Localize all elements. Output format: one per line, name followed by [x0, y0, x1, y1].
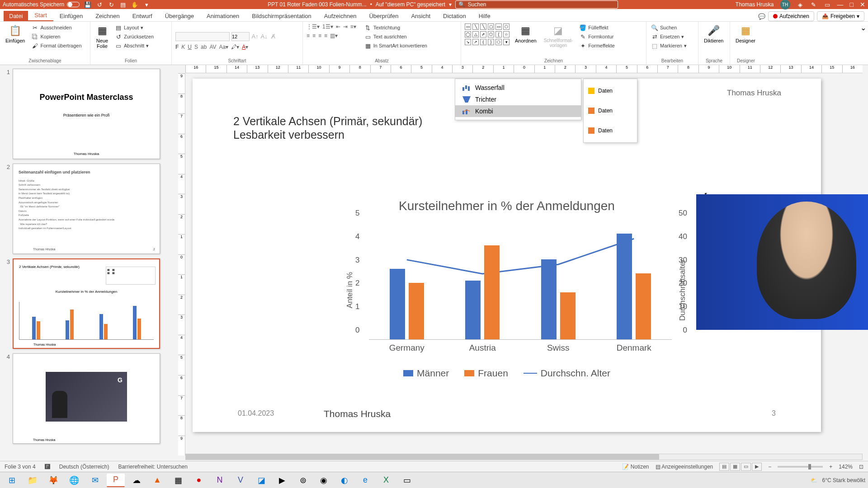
scrollbar-thumb[interactable] — [186, 454, 659, 460]
quick-styles-button[interactable]: ◪Schnellformat- vorlagen — [542, 23, 575, 49]
paste-button[interactable]: 📋Einfügen — [4, 23, 27, 44]
highlight-button[interactable]: 🖍▾ — [231, 44, 239, 50]
visio-icon[interactable]: V — [231, 474, 250, 487]
display-settings-button[interactable]: ▤ Anzeigeeinstellungen — [656, 464, 713, 470]
arrange-button[interactable]: ▦Anordnen — [513, 23, 538, 44]
toggle-off-icon[interactable] — [67, 2, 80, 7]
align-right-button[interactable]: ≡ — [318, 33, 321, 39]
align-center-button[interactable]: ≡ — [312, 33, 316, 39]
app-icon[interactable]: ● — [190, 474, 208, 487]
thumbnail-2[interactable]: Seitenanzahl einfügen und platzieren Inh… — [13, 164, 160, 254]
case-button[interactable]: Aa▾ — [219, 44, 229, 50]
tab-draw[interactable]: Zeichnen — [89, 11, 126, 21]
underline-button[interactable]: U — [188, 44, 192, 50]
comments-icon[interactable]: 💬 — [758, 13, 765, 20]
tab-review[interactable]: Überprüfen — [363, 11, 405, 21]
dropdown-icon[interactable]: ▾ — [449, 1, 452, 8]
explorer-icon[interactable]: 📁 — [24, 474, 42, 487]
close-button[interactable]: ✕ — [860, 1, 865, 8]
collapse-ribbon-icon[interactable]: ⌄ — [860, 24, 866, 32]
powerpoint-icon[interactable]: P — [107, 474, 125, 487]
tab-dictation[interactable]: Dictation — [437, 11, 472, 21]
columns-button[interactable]: ▥▾ — [330, 33, 338, 39]
onenote-icon[interactable]: N — [211, 474, 229, 487]
tab-transitions[interactable]: Übergänge — [159, 11, 200, 21]
justify-button[interactable]: ≡ — [324, 33, 327, 39]
shapes-gallery[interactable]: ▭╲╲▢▭⬡ ◯△⇗⬠{☆ ↘↗(}⬡▾ — [465, 23, 509, 45]
thumbnail-1[interactable]: PowerPoint Masterclass Präsentieren wie … — [13, 69, 160, 159]
decrease-font-icon[interactable]: A↓ — [260, 33, 268, 40]
window-icon[interactable]: ▭ — [824, 1, 831, 8]
replace-button[interactable]: ⇄Ersetzen▾ — [650, 33, 688, 41]
chrome-icon[interactable]: 🌐 — [65, 474, 83, 487]
save-icon[interactable]: 💾 — [84, 1, 91, 8]
coming-soon-icon[interactable]: ✎ — [810, 1, 817, 8]
text-direction-button[interactable]: ⇅Textrichtung — [363, 23, 428, 32]
cut-button[interactable]: ✂Ausschneiden — [30, 23, 82, 32]
thumbnail-3[interactable]: 2 Vertikale Achsen (Primär, sekundär) ▦ … — [13, 258, 160, 349]
format-painter-button[interactable]: 🖌Format übertragen — [30, 42, 82, 50]
app-icon[interactable]: ◉ — [315, 474, 333, 487]
layout-button[interactable]: ▤Layout▾ — [114, 23, 155, 32]
dictate-button[interactable]: 🎤Diktieren — [702, 23, 725, 44]
horizontal-scrollbar[interactable] — [185, 454, 863, 460]
touch-mode-icon[interactable]: ✋ — [131, 1, 138, 8]
fit-window-button[interactable]: ⊡ — [859, 464, 863, 470]
sorter-view-button[interactable]: ▦ — [730, 463, 740, 471]
legend-row-2[interactable]: Daten — [588, 101, 632, 121]
numbering-button[interactable]: 1☰▾ — [322, 23, 333, 30]
chart[interactable]: Anteil in % Durchschnittsalter 012345010… — [351, 222, 690, 358]
tab-view[interactable]: Ansicht — [405, 11, 437, 21]
app-icon[interactable]: ☁ — [127, 474, 146, 487]
firefox-icon[interactable]: 🦊 — [44, 474, 62, 487]
find-button[interactable]: 🔍Suchen — [650, 23, 688, 32]
legend-row-3[interactable]: Daten — [588, 121, 632, 141]
legend-row-1[interactable]: Daten — [588, 81, 632, 101]
copy-button[interactable]: ⿻Kopieren — [30, 33, 82, 41]
tab-help[interactable]: Hilfe — [472, 11, 497, 21]
increase-font-icon[interactable]: A↑ — [251, 33, 259, 40]
designer-button[interactable]: ▦Designer — [734, 23, 757, 44]
vlc-icon[interactable]: ▲ — [148, 474, 166, 487]
zoom-level[interactable]: 142% — [839, 464, 853, 470]
select-button[interactable]: ⬚Markieren▾ — [650, 42, 688, 50]
strike-button[interactable]: S — [194, 44, 198, 50]
align-text-button[interactable]: ▭Text ausrichten — [363, 33, 428, 41]
app-icon[interactable]: ◪ — [252, 474, 270, 487]
new-slide-button[interactable]: ▦Neue Folie — [94, 23, 110, 50]
obs-icon[interactable]: ⊚ — [294, 474, 312, 487]
zoom-slider[interactable] — [778, 466, 823, 468]
popup-item-trichter[interactable]: Trichter — [455, 94, 581, 105]
app-icon[interactable]: ▦ — [169, 474, 187, 487]
smartart-button[interactable]: ▦In SmartArt konvertieren — [363, 42, 428, 50]
tab-record[interactable]: Aufzeichnen — [318, 11, 363, 21]
cloud-icon[interactable]: ◈ — [797, 1, 804, 8]
shape-effects-button[interactable]: ✦Formeffekte — [578, 42, 616, 50]
app-icon[interactable]: ▭ — [398, 474, 416, 487]
bold-button[interactable]: F — [175, 44, 179, 50]
normal-view-button[interactable]: ▤ — [719, 463, 729, 471]
tab-file[interactable]: Datei — [4, 11, 28, 21]
notes-button[interactable]: 📝 Notizen — [622, 464, 649, 470]
align-left-button[interactable]: ≡ — [307, 33, 310, 39]
decrease-indent-button[interactable]: ⇤ — [336, 23, 340, 30]
shape-outline-button[interactable]: ✎Formkontur — [578, 33, 616, 41]
section-button[interactable]: ▭Abschnitt▾ — [114, 42, 155, 50]
redo-icon[interactable]: ↻ — [108, 1, 115, 8]
italic-button[interactable]: K — [181, 44, 185, 50]
undo-icon[interactable]: ↺ — [96, 1, 103, 8]
tab-slideshow[interactable]: Bildschirmpräsentation — [245, 11, 318, 21]
reset-button[interactable]: ↺Zurücksetzen — [114, 33, 155, 41]
app-icon[interactable]: ▶ — [273, 474, 291, 487]
qat-more-icon[interactable]: ▾ — [143, 1, 150, 8]
shape-fill-button[interactable]: 🪣Fülleffekt — [578, 23, 616, 32]
slideshow-icon[interactable]: ▤ — [119, 1, 127, 8]
zoom-out-button[interactable]: − — [768, 464, 771, 470]
font-family-select[interactable] — [175, 32, 230, 41]
search-input[interactable]: 🔍 Suchen — [455, 0, 618, 9]
edge-icon[interactable]: e — [356, 474, 374, 487]
tab-start[interactable]: Start — [28, 10, 53, 21]
outlook-icon[interactable]: ✉ — [86, 474, 104, 487]
char-spacing-button[interactable]: AV — [209, 44, 216, 50]
slideshow-view-button[interactable]: ▶ — [752, 463, 762, 471]
